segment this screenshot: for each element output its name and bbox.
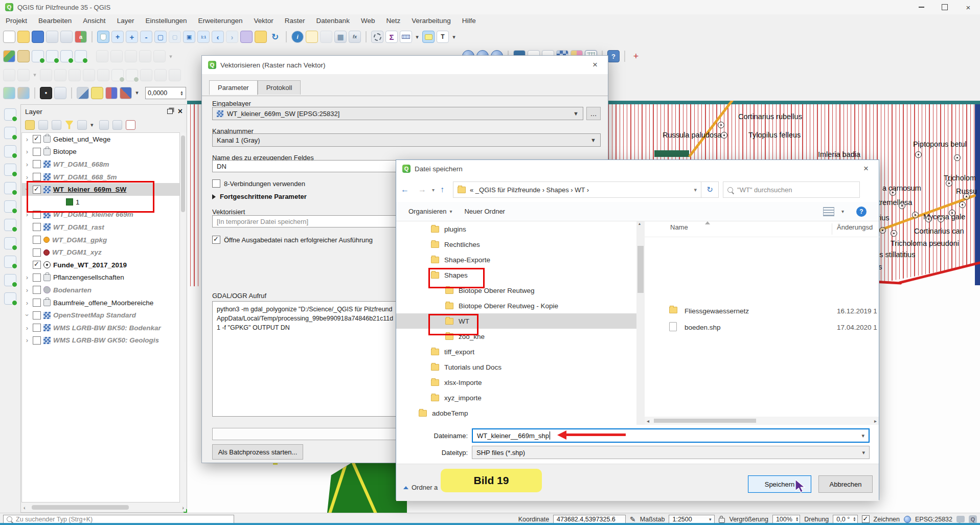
statistics-sigma-icon[interactable] [385, 31, 398, 43]
render-checkbox[interactable] [862, 515, 870, 523]
chevron-down-icon[interactable]: ▾ [841, 209, 844, 214]
advanced-parameters-toggle[interactable]: Fortgeschrittene Parameter [212, 193, 307, 200]
add-vector-icon[interactable] [4, 108, 16, 121]
remove-layer-icon[interactable] [126, 120, 135, 130]
layer-checkbox[interactable] [33, 236, 41, 244]
rotate-feature-icon[interactable] [83, 69, 95, 81]
save-edits-icon[interactable] [125, 50, 137, 62]
file-row[interactable]: boeden.shp 17.04.2020 1 [645, 319, 880, 335]
add-wfs-icon[interactable] [4, 274, 16, 286]
simplify-feature-icon[interactable] [97, 69, 109, 81]
crs-value[interactable]: EPSG:25832 [915, 516, 952, 523]
new-geopackage-icon[interactable] [17, 50, 30, 62]
layer-row[interactable]: WT_DGM1_kleiner 669m [22, 209, 179, 221]
current-edits-icon[interactable] [96, 50, 108, 62]
zoom-last-icon[interactable] [212, 31, 224, 43]
layer-row[interactable]: Biotope [22, 146, 179, 158]
rotation-spinbox[interactable]: 0,0 °▲▼ [833, 515, 857, 523]
close-icon[interactable]: × [859, 163, 873, 175]
menu-item[interactable]: Hilfe [457, 15, 482, 27]
close-icon[interactable]: × [588, 59, 602, 71]
dropdown-icon[interactable] [90, 121, 96, 129]
toggle-editing-icon[interactable] [110, 50, 123, 62]
expander-icon[interactable] [24, 186, 30, 193]
layer-checkbox[interactable] [33, 311, 41, 319]
color-picker-icon[interactable] [77, 87, 89, 99]
move-feature-icon[interactable] [54, 69, 66, 81]
zoom-native-icon[interactable] [197, 31, 210, 43]
chevron-down-icon[interactable]: ▾ [861, 432, 864, 439]
folder-tree-item[interactable]: Shapes [396, 267, 636, 283]
text-annotation-icon[interactable] [437, 31, 449, 43]
menu-item[interactable]: Einstellungen [140, 15, 192, 27]
file-row[interactable]: Fliessgewaessernetz 16.12.2019 1 [645, 303, 880, 318]
menu-item[interactable]: Erweiterungen [192, 15, 248, 27]
expander-icon[interactable] [24, 161, 30, 168]
filetype-combo[interactable]: SHP files (*.shp) ▾ [472, 446, 870, 459]
coordinate-input[interactable]: 473682.4,5397325.6 [553, 515, 626, 523]
close-button[interactable]: × [956, 0, 980, 14]
manage-visibility-icon[interactable] [52, 120, 61, 130]
deselect-features-icon[interactable] [320, 31, 332, 43]
map-annotate-icon[interactable] [17, 87, 30, 99]
layer-tree-hscrollbar[interactable]: ‹› [21, 503, 186, 512]
folder-tree-item[interactable]: Rechtliches [396, 237, 636, 252]
folder-tree-item[interactable]: adobeTemp [396, 405, 636, 421]
scroll-left-icon[interactable]: ‹ [24, 505, 26, 511]
breadcrumb[interactable]: « _QGIS für Pilzfreunde › Shapes › WT › … [453, 181, 701, 198]
layer-row[interactable]: 1 [22, 196, 179, 209]
scroll-right-icon[interactable]: ▸ [874, 418, 877, 424]
measure-line-icon[interactable] [400, 31, 412, 43]
hide-folders-toggle[interactable]: Ordner a [403, 484, 438, 491]
layer-row[interactable]: WT_DGM1_xyz [22, 246, 179, 259]
expander-icon[interactable] [24, 311, 30, 319]
add-vector-layer-icon[interactable] [32, 50, 44, 62]
layer-row[interactable]: WT_DGM1_668_5m [22, 171, 179, 184]
tab-protokoll[interactable]: Protokoll [258, 80, 301, 95]
help-contents-icon[interactable] [607, 50, 620, 62]
folder-tree-item[interactable]: WT [396, 313, 636, 329]
new-folder-button[interactable]: Neuer Ordner [464, 208, 505, 215]
fill-ring-icon[interactable] [140, 69, 152, 81]
pan-map-icon[interactable] [97, 31, 109, 43]
lock-icon[interactable] [719, 518, 725, 523]
layer-row[interactable]: Pflanzengesellschaften [22, 271, 179, 284]
menu-item[interactable]: Verarbeitung [406, 15, 457, 27]
layer-checkbox[interactable] [33, 211, 41, 219]
folder-tree-item[interactable]: Biotope Oberer Reutweg - Kopie [396, 298, 636, 313]
view-mode-icon[interactable] [823, 207, 834, 216]
layer-row[interactable]: Gebiet_und_Wege [22, 133, 179, 146]
zoom-next-icon[interactable] [226, 31, 238, 43]
folder-tree-item[interactable]: xlsx-Importe [396, 375, 636, 390]
expander-icon[interactable] [24, 286, 30, 294]
layer-row[interactable]: WT_kleiner_669m_SW [22, 183, 179, 196]
layer-checkbox[interactable] [33, 173, 41, 181]
add-group-icon[interactable] [38, 120, 48, 130]
layer-checkbox[interactable] [33, 135, 41, 143]
menu-item[interactable]: Bearbeiten [33, 15, 77, 27]
scale-rule-icon[interactable] [3, 69, 15, 81]
add-mesh-layer-icon[interactable] [60, 50, 73, 62]
layer-checkbox[interactable] [33, 299, 41, 307]
snap-points-icon[interactable] [17, 69, 30, 81]
folder-tree-item[interactable]: Tutorials und Docs [396, 359, 636, 375]
zoom-to-selection-icon[interactable] [169, 31, 181, 43]
open-after-checkbox[interactable] [212, 236, 220, 244]
add-virtual-table-icon[interactable] [4, 292, 16, 305]
folder-tree-item[interactable]: plugins [396, 221, 636, 237]
add-part-icon[interactable] [126, 69, 138, 81]
qgis-news-icon[interactable]: Q [969, 515, 977, 523]
eraser-icon[interactable] [105, 87, 118, 99]
layer-checkbox[interactable] [33, 186, 41, 194]
data-source-manager-icon[interactable] [3, 50, 15, 62]
menu-item[interactable]: Web [355, 15, 381, 27]
map-theme-icon[interactable] [3, 87, 15, 99]
organize-button[interactable]: Organisieren▾ [408, 208, 452, 215]
copy-move-icon[interactable] [69, 69, 81, 81]
band-combo[interactable]: Kanal 1 (Gray) ▼ [212, 133, 601, 147]
offset-curve-icon[interactable] [154, 69, 167, 81]
menu-item[interactable]: Raster [279, 15, 311, 27]
add-mesh-icon[interactable] [4, 145, 16, 157]
layer-row[interactable]: OpenStreetMap Standard [22, 309, 179, 322]
run-as-batch-button[interactable]: Als Batchprozess starten... [212, 444, 303, 460]
